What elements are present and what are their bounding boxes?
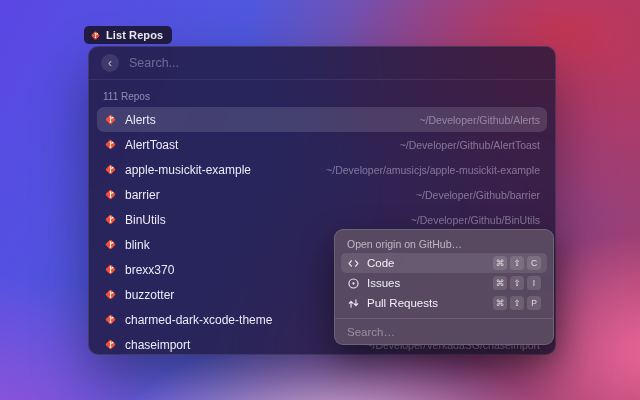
repo-name: apple-musickit-example [125, 163, 251, 177]
desktop-wallpaper: List Repos ‹ 111 Repos Alerts ~/Develope… [0, 0, 640, 400]
code-icon [347, 257, 360, 270]
popup-menu-item[interactable]: Code ⌘ ⇧ C [341, 253, 547, 273]
git-icon [104, 313, 117, 326]
command-pill: List Repos [84, 26, 172, 44]
repo-row[interactable]: barrier ~/Developer/Github/barrier [97, 182, 547, 207]
git-icon [104, 213, 117, 226]
section-header: 111 Repos [89, 80, 555, 107]
git-icon [104, 188, 117, 201]
repo-path: ~/Developer/Github/barrier [416, 189, 540, 201]
repo-name: charmed-dark-xcode-theme [125, 313, 272, 327]
letter-keycap: C [527, 256, 541, 270]
repo-path: ~/Developer/Github/BinUtils [411, 214, 540, 226]
popup-item-label: Issues [367, 277, 400, 289]
shortcut-keys: ⌘ ⇧ I [493, 276, 541, 290]
repo-path: ~/Developer/amusicjs/apple-musickit-exam… [326, 164, 540, 176]
git-icon [104, 138, 117, 151]
shortcut-keys: ⌘ ⇧ C [493, 256, 541, 270]
popup-item-label: Pull Requests [367, 297, 438, 309]
letter-keycap: I [527, 276, 541, 290]
shift-keycap: ⇧ [510, 276, 524, 290]
repo-name: blink [125, 238, 150, 252]
shortcut-keys: ⌘ ⇧ P [493, 296, 541, 310]
git-icon [104, 163, 117, 176]
pull-request-icon [347, 297, 360, 310]
repo-name: brexx370 [125, 263, 174, 277]
repo-row[interactable]: apple-musickit-example ~/Developer/amusi… [97, 157, 547, 182]
cmd-keycap: ⌘ [493, 276, 507, 290]
shift-keycap: ⇧ [510, 296, 524, 310]
repo-path: ~/Developer/Github/Alerts [419, 114, 540, 126]
git-icon [104, 238, 117, 251]
repo-name: Alerts [125, 113, 156, 127]
back-button[interactable]: ‹ [101, 54, 119, 72]
repo-name: BinUtils [125, 213, 166, 227]
cmd-keycap: ⌘ [493, 296, 507, 310]
repo-name: chaseimport [125, 338, 190, 352]
popup-menu: Code ⌘ ⇧ C Issues ⌘ ⇧ I [335, 253, 553, 313]
repo-row[interactable]: AlertToast ~/Developer/Github/AlertToast [97, 132, 547, 157]
repo-path: ~/Developer/Github/AlertToast [400, 139, 540, 151]
git-icon [104, 113, 117, 126]
search-input[interactable] [129, 56, 543, 70]
letter-keycap: P [527, 296, 541, 310]
cmd-keycap: ⌘ [493, 256, 507, 270]
git-icon [90, 30, 101, 41]
repo-name: barrier [125, 188, 160, 202]
shift-keycap: ⇧ [510, 256, 524, 270]
actions-popup: Open origin on GitHub… Code ⌘ ⇧ C Issues [334, 229, 554, 345]
popup-header: Open origin on GitHub… [335, 230, 553, 253]
repo-row[interactable]: Alerts ~/Developer/Github/Alerts [97, 107, 547, 132]
popup-item-label: Code [367, 257, 395, 269]
command-pill-label: List Repos [106, 29, 163, 41]
issue-icon [347, 277, 360, 290]
search-bar: ‹ [89, 47, 555, 80]
git-icon [104, 263, 117, 276]
git-icon [104, 338, 117, 351]
repo-name: buzzotter [125, 288, 174, 302]
popup-menu-item[interactable]: Issues ⌘ ⇧ I [341, 273, 547, 293]
popup-search-input[interactable] [347, 326, 541, 338]
git-icon [104, 288, 117, 301]
repo-name: AlertToast [125, 138, 178, 152]
popup-menu-item[interactable]: Pull Requests ⌘ ⇧ P [341, 293, 547, 313]
